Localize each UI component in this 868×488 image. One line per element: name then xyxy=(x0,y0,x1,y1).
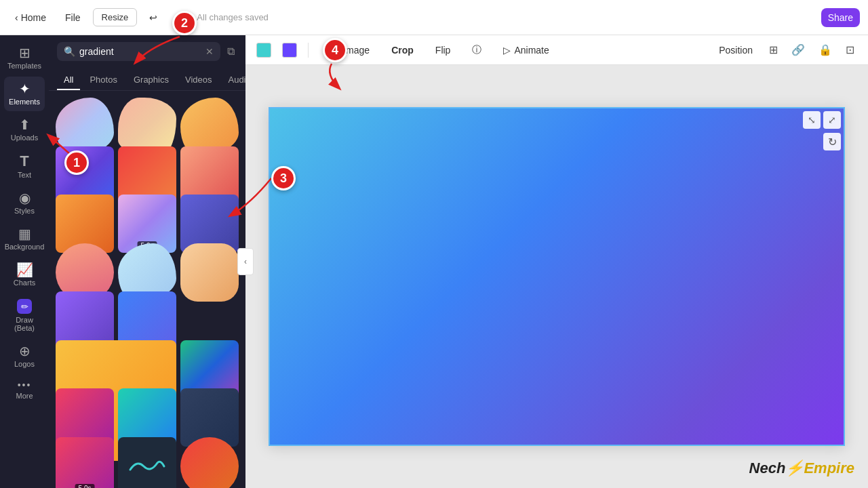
redo-button[interactable]: ↪ xyxy=(170,8,191,27)
undo-button[interactable]: ↩ xyxy=(142,8,164,27)
sidebar-label-elements: Elements xyxy=(9,98,40,106)
panel-wrapper: 🔍 ✕ ⧉ All Photos Graphics Videos Audio xyxy=(49,35,245,488)
top-bar-right: Share xyxy=(821,8,860,27)
main-content: ⊞ Templates ✦ Elements ⬆ Uploads T Text … xyxy=(0,35,868,488)
tab-videos[interactable]: Videos xyxy=(178,70,219,90)
lock-icon-button[interactable]: 🔒 xyxy=(816,41,835,59)
sidebar-item-charts[interactable]: 📈 Charts xyxy=(4,258,45,292)
canvas-scroll[interactable]: ⤡ ⤢ ↻ xyxy=(245,65,868,488)
top-bar: ‹ Home File Resize ↩ ↪ All changes saved… xyxy=(0,0,868,35)
refresh-icon-button[interactable]: ↻ xyxy=(823,133,841,150)
sidebar: ⊞ Templates ✦ Elements ⬆ Uploads T Text … xyxy=(0,35,49,488)
sidebar-label-charts: Charts xyxy=(14,279,35,287)
edit-image-label: Edit image xyxy=(325,45,370,56)
canvas-controls: ⤡ ⤢ xyxy=(803,111,841,129)
filter-icon[interactable]: ⧉ xyxy=(224,43,237,60)
elements-grid: 5.0s 5.0s xyxy=(49,91,245,488)
crop-label: Crop xyxy=(391,45,414,56)
grid-item-21[interactable]: 5.0s xyxy=(56,437,114,489)
overflow-icon-button[interactable]: ⊡ xyxy=(843,41,857,59)
sidebar-item-templates[interactable]: ⊞ Templates xyxy=(4,41,45,75)
context-toolbar: Edit image Crop Flip ⓘ ▷ Animate Positio… xyxy=(245,35,868,65)
position-label: Position xyxy=(719,45,753,56)
panel-collapse-button[interactable]: ‹ xyxy=(237,248,254,275)
search-input[interactable] xyxy=(79,46,201,57)
logos-icon: ⊕ xyxy=(19,344,31,358)
link-icon-button[interactable]: 🔗 xyxy=(789,41,808,59)
sidebar-label-text: Text xyxy=(18,171,31,179)
animate-label: Animate xyxy=(514,45,549,56)
fullscreen-icon-button[interactable]: ⤡ xyxy=(803,111,821,129)
grid-icon-button[interactable]: ⊞ xyxy=(766,41,781,59)
sidebar-label-draw: Draw (Beta) xyxy=(7,316,42,332)
sidebar-item-logos[interactable]: ⊕ Logos xyxy=(4,339,45,373)
sidebar-label-logos: Logos xyxy=(14,360,35,368)
search-bar: 🔍 ✕ ⧉ xyxy=(49,35,245,68)
styles-icon: ◉ xyxy=(19,191,31,205)
video-duration-2: 5.0s xyxy=(75,484,95,489)
share-button[interactable]: Share xyxy=(821,8,860,27)
resize-label: Resize xyxy=(102,12,129,22)
save-status: All changes saved xyxy=(197,12,269,22)
info-icon: ⓘ xyxy=(472,44,481,56)
home-label: Home xyxy=(21,12,46,23)
uploads-icon: ⬆ xyxy=(19,118,31,131)
templates-icon: ⊞ xyxy=(19,46,31,60)
sidebar-label-styles: Styles xyxy=(14,207,35,215)
sidebar-label-more: More xyxy=(16,392,33,400)
sidebar-item-uploads[interactable]: ⬆ Uploads xyxy=(4,113,45,147)
elements-panel: 🔍 ✕ ⧉ All Photos Graphics Videos Audio xyxy=(49,35,245,488)
chevron-left-icon: ‹ xyxy=(15,12,18,23)
tab-photos[interactable]: Photos xyxy=(83,70,123,90)
color-swatch-2[interactable] xyxy=(282,43,297,58)
background-icon: ▦ xyxy=(18,227,31,241)
animate-button[interactable]: ▷ Animate xyxy=(498,42,554,58)
undo-icon: ↩ xyxy=(149,12,157,23)
sidebar-item-text[interactable]: T Text xyxy=(4,148,45,184)
panel-tabs: All Photos Graphics Videos Audio xyxy=(49,68,245,91)
sidebar-item-elements[interactable]: ✦ Elements xyxy=(4,77,45,111)
elements-icon: ✦ xyxy=(19,82,31,96)
draw-icon: ✏ xyxy=(17,299,32,314)
tab-graphics[interactable]: Graphics xyxy=(127,70,176,90)
search-icon: 🔍 xyxy=(64,46,75,57)
search-input-wrap: 🔍 ✕ xyxy=(57,42,220,61)
position-button[interactable]: Position xyxy=(713,42,758,58)
file-button[interactable]: File xyxy=(58,8,87,27)
tab-all[interactable]: All xyxy=(57,70,80,90)
clear-icon[interactable]: ✕ xyxy=(205,46,214,57)
flip-button[interactable]: Flip xyxy=(430,42,456,58)
file-label: File xyxy=(65,12,81,23)
canvas-frame[interactable]: ⤡ ⤢ ↻ xyxy=(269,107,845,446)
edit-image-button[interactable]: Edit image xyxy=(319,42,375,58)
sidebar-item-styles[interactable]: ◉ Styles xyxy=(4,186,45,220)
charts-icon: 📈 xyxy=(16,263,33,277)
crop-button[interactable]: Crop xyxy=(386,42,419,58)
sidebar-label-uploads: Uploads xyxy=(11,134,38,142)
sidebar-item-draw[interactable]: ✏ Draw (Beta) xyxy=(4,293,45,338)
context-right: Position ⊞ 🔗 🔒 ⊡ xyxy=(713,41,857,59)
sidebar-item-more[interactable]: ••• More xyxy=(4,375,45,405)
info-button[interactable]: ⓘ xyxy=(467,41,487,59)
tab-audio[interactable]: Audio xyxy=(221,70,245,90)
canvas-content xyxy=(270,108,844,445)
color-swatch-1[interactable] xyxy=(256,43,271,58)
canvas-area: Edit image Crop Flip ⓘ ▷ Animate Positio… xyxy=(245,35,868,488)
resize-button[interactable]: Resize xyxy=(93,8,138,26)
more-icon: ••• xyxy=(18,380,32,390)
sidebar-label-templates: Templates xyxy=(7,62,41,70)
redo-icon: ↪ xyxy=(176,12,184,23)
sidebar-label-background: Background xyxy=(5,243,45,251)
grid-item-22[interactable] xyxy=(118,437,176,489)
flip-label: Flip xyxy=(435,45,451,56)
expand-icon-button[interactable]: ⤢ xyxy=(823,111,841,129)
text-icon: T xyxy=(20,154,28,169)
sidebar-item-background[interactable]: ▦ Background xyxy=(4,222,45,256)
animate-icon: ▷ xyxy=(503,45,511,56)
separator-1 xyxy=(308,43,309,58)
home-button[interactable]: ‹ Home xyxy=(8,8,53,27)
